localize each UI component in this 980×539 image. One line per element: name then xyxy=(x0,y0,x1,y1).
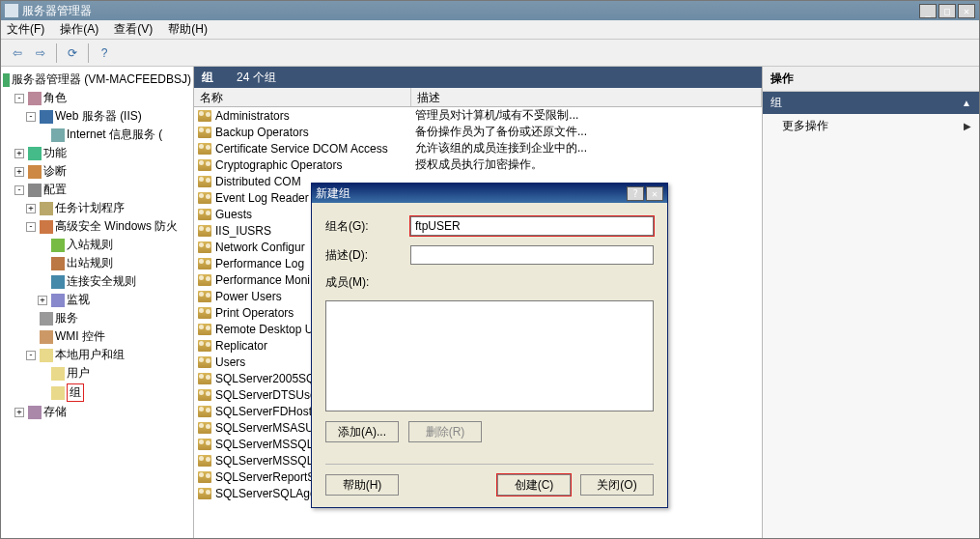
row-name: Distributed COM xyxy=(215,175,301,188)
groupname-label: 组名(G): xyxy=(325,218,403,235)
row-name: Certificate Service DCOM Access xyxy=(215,142,388,156)
tree-services[interactable]: 服务 xyxy=(3,309,191,327)
members-listbox[interactable] xyxy=(325,300,654,411)
toolbar-refresh-button[interactable]: ⟳ xyxy=(62,43,83,64)
tree-inbound[interactable]: 入站规则 xyxy=(3,236,191,254)
list-row[interactable]: Cryptographic Operators授权成员执行加密操作。 xyxy=(194,156,762,173)
tree-config[interactable]: -配置 xyxy=(3,181,191,199)
row-name: Remote Desktop U xyxy=(215,323,313,336)
group-icon xyxy=(198,110,211,122)
row-name: Event Log Reader xyxy=(215,191,309,205)
row-name: IIS_IUSRS xyxy=(215,224,271,238)
tree-roles[interactable]: -角色 xyxy=(3,89,191,107)
tree-storage[interactable]: +存储 xyxy=(3,403,191,421)
toolbar-help-button[interactable]: ? xyxy=(94,43,115,64)
expander-icon[interactable]: + xyxy=(38,296,47,305)
expander-icon[interactable]: + xyxy=(14,167,24,177)
list-row[interactable]: Administrators管理员对计算机/域有不受限制... xyxy=(194,107,762,124)
tree-task[interactable]: +任务计划程序 xyxy=(3,199,191,217)
tree-consec[interactable]: 连接安全规则 xyxy=(3,272,191,291)
list-row[interactable]: Certificate Service DCOM Access允许该组的成员连接… xyxy=(194,140,762,156)
tree-root[interactable]: 服务器管理器 (VM-MACFEEDBSJ) xyxy=(3,71,191,89)
list-row[interactable]: Backup Operators备份操作员为了备份或还原文件... xyxy=(194,124,762,140)
web-icon xyxy=(40,110,53,124)
tree-web[interactable]: -Web 服务器 (IIS) xyxy=(3,107,191,126)
minimize-button[interactable]: _ xyxy=(919,4,937,18)
dialog-title: 新建组 xyxy=(316,185,627,202)
add-button[interactable]: 添加(A)... xyxy=(325,421,399,442)
row-name: Network Configur xyxy=(215,241,305,254)
tree-localug[interactable]: -本地用户和组 xyxy=(3,346,191,364)
create-button[interactable]: 创建(C) xyxy=(497,474,571,496)
group-icon xyxy=(198,455,211,467)
storage-icon xyxy=(28,406,42,419)
expander-icon[interactable]: - xyxy=(26,351,36,360)
dialog-close-button[interactable]: ✕ xyxy=(646,186,663,201)
group-icon xyxy=(198,225,211,237)
row-name: Cryptographic Operators xyxy=(215,158,342,172)
group-icon xyxy=(198,176,211,187)
wmi-icon xyxy=(40,330,53,344)
row-name: Performance Log xyxy=(215,257,304,270)
close-button[interactable]: 关闭(O) xyxy=(580,474,654,496)
row-name: SQLServerMSASUse xyxy=(215,421,326,435)
row-name: Replicator xyxy=(215,339,267,353)
tree-groups[interactable]: 组 xyxy=(3,383,191,403)
new-group-dialog: 新建组 ? ✕ 组名(G): 描述(D): 成员(M): 添加(A)... 删除… xyxy=(311,183,668,508)
dialog-help-button[interactable]: ? xyxy=(627,186,644,201)
expander-icon[interactable]: + xyxy=(14,408,24,417)
config-icon xyxy=(28,184,42,197)
remove-button[interactable]: 删除(R) xyxy=(408,421,482,442)
expander-icon[interactable]: + xyxy=(26,204,36,213)
tree-wmi[interactable]: WMI 控件 xyxy=(3,327,191,346)
groupname-input[interactable] xyxy=(410,216,654,236)
nav-back-button[interactable]: ⇦ xyxy=(7,43,28,64)
group-icon xyxy=(198,389,211,401)
help-button[interactable]: 帮助(H) xyxy=(325,474,399,496)
chevron-right-icon: ▶ xyxy=(964,121,971,131)
menu-help[interactable]: 帮助(H) xyxy=(168,21,208,38)
row-name: SQLServerDTSUser xyxy=(215,388,321,402)
group-icon xyxy=(198,274,211,286)
features-icon xyxy=(28,147,42,160)
actions-more[interactable]: 更多操作▶ xyxy=(763,114,979,138)
tree-pane[interactable]: 服务器管理器 (VM-MACFEEDBSJ) -角色 -Web 服务器 (IIS… xyxy=(1,67,194,538)
group-icon xyxy=(198,192,211,204)
chevron-up-icon: ▲ xyxy=(962,98,971,108)
row-name: Backup Operators xyxy=(215,126,309,139)
expander-icon[interactable]: - xyxy=(26,222,36,232)
group-icon xyxy=(198,159,211,171)
col-desc[interactable]: 描述 xyxy=(411,88,762,106)
tree-iis[interactable]: Internet 信息服务 ( xyxy=(3,126,191,144)
col-name[interactable]: 名称 xyxy=(194,88,411,106)
diag-icon xyxy=(28,165,42,179)
tree-features[interactable]: +功能 xyxy=(3,144,191,162)
desc-input[interactable] xyxy=(410,245,654,265)
actions-group-header[interactable]: 组▲ xyxy=(763,92,979,114)
group-icon xyxy=(198,324,211,335)
expander-icon[interactable]: - xyxy=(14,185,24,195)
expander-icon[interactable]: - xyxy=(14,94,24,103)
tree-outbound[interactable]: 出站规则 xyxy=(3,254,191,272)
tree-diag[interactable]: +诊断 xyxy=(3,162,191,181)
menu-action[interactable]: 操作(A) xyxy=(60,21,98,38)
group-icon xyxy=(198,471,211,483)
menu-file[interactable]: 文件(F) xyxy=(7,21,44,38)
expander-icon[interactable]: + xyxy=(14,149,24,158)
desc-label: 描述(D): xyxy=(325,247,403,264)
users-group-icon xyxy=(40,349,53,362)
actions-title: 操作 xyxy=(763,67,979,92)
menubar: 文件(F) 操作(A) 查看(V) 帮助(H) xyxy=(1,20,979,40)
row-desc: 备份操作员为了备份或还原文件... xyxy=(411,124,762,140)
tree-fw[interactable]: -高级安全 Windows 防火 xyxy=(3,217,191,236)
expander-icon[interactable]: - xyxy=(26,112,36,122)
menu-view[interactable]: 查看(V) xyxy=(114,21,153,38)
maximize-button[interactable]: □ xyxy=(938,4,956,18)
row-name: Performance Moni xyxy=(215,273,310,287)
tree-monitor[interactable]: +监视 xyxy=(3,291,191,309)
consec-icon xyxy=(51,275,65,289)
close-button[interactable]: ✕ xyxy=(958,4,975,18)
server-icon xyxy=(3,73,10,87)
tree-users[interactable]: 用户 xyxy=(3,364,191,383)
nav-forward-button[interactable]: ⇨ xyxy=(30,43,51,64)
